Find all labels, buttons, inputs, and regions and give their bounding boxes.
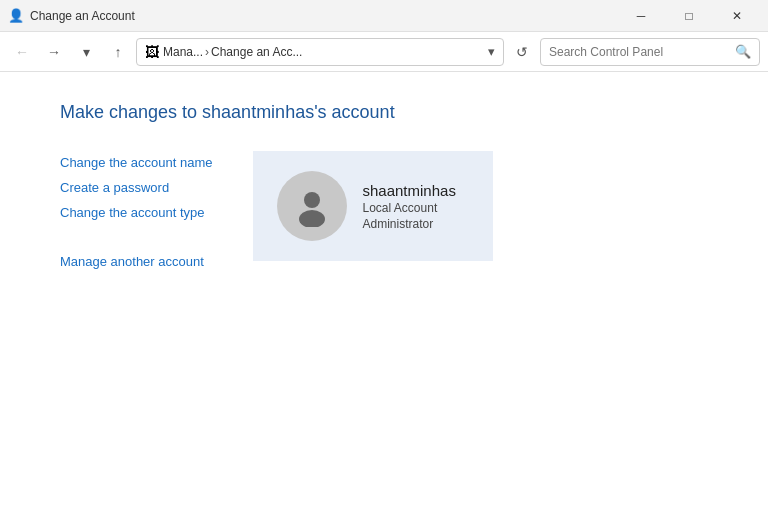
recent-button[interactable]: ▾ — [72, 38, 100, 66]
create-password-link[interactable]: Create a password — [60, 180, 213, 195]
address-part1: Mana... — [163, 45, 203, 59]
account-card: shaantminhas Local Account Administrator — [253, 151, 493, 261]
change-account-name-link[interactable]: Change the account name — [60, 155, 213, 170]
account-info: shaantminhas Local Account Administrator — [363, 182, 456, 231]
nav-bar: ← → ▾ ↑ 🖼 Mana... › Change an Acc... ▾ ↺… — [0, 32, 768, 72]
account-detail1: Local Account — [363, 201, 456, 215]
address-dropdown-icon[interactable]: ▾ — [488, 44, 495, 59]
title-bar: 👤 Change an Account ─ □ ✕ — [0, 0, 768, 32]
address-path: Mana... › Change an Acc... — [163, 45, 302, 59]
refresh-button[interactable]: ↺ — [508, 38, 536, 66]
main-content: Make changes to shaantminhas's account C… — [0, 72, 768, 299]
content-area: Change the account name Create a passwor… — [60, 151, 708, 269]
svg-point-1 — [299, 210, 325, 227]
search-bar[interactable]: 🔍 — [540, 38, 760, 66]
forward-button[interactable]: → — [40, 38, 68, 66]
account-detail2: Administrator — [363, 217, 456, 231]
search-icon: 🔍 — [735, 44, 751, 59]
page-heading: Make changes to shaantminhas's account — [60, 102, 708, 123]
manage-another-account-link[interactable]: Manage another account — [60, 254, 213, 269]
up-button[interactable]: ↑ — [104, 38, 132, 66]
svg-point-0 — [304, 192, 320, 208]
address-icon: 🖼 — [145, 44, 159, 60]
window-icon: 👤 — [8, 8, 24, 24]
account-name: shaantminhas — [363, 182, 456, 199]
window-title: Change an Account — [30, 9, 135, 23]
links-section: Change the account name Create a passwor… — [60, 151, 213, 269]
maximize-button[interactable]: □ — [666, 0, 712, 32]
search-input[interactable] — [549, 45, 731, 59]
avatar-icon — [291, 185, 333, 227]
address-bar[interactable]: 🖼 Mana... › Change an Acc... ▾ — [136, 38, 504, 66]
change-account-type-link[interactable]: Change the account type — [60, 205, 213, 220]
address-part2: Change an Acc... — [211, 45, 302, 59]
address-separator: › — [205, 45, 209, 59]
back-button[interactable]: ← — [8, 38, 36, 66]
minimize-button[interactable]: ─ — [618, 0, 664, 32]
window-controls: ─ □ ✕ — [618, 0, 760, 32]
close-button[interactable]: ✕ — [714, 0, 760, 32]
avatar — [277, 171, 347, 241]
